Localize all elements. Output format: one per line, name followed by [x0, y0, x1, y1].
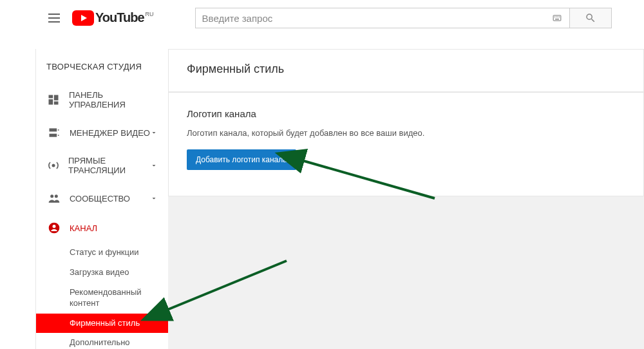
- header: YouTube RU: [0, 0, 644, 36]
- sidebar-item-live-streaming[interactable]: ПРЯМЫЕ ТРАНСЛЯЦИИ: [36, 147, 168, 184]
- search-bar: [195, 8, 612, 28]
- sidebar-item-dashboard[interactable]: ПАНЕЛЬ УПРАВЛЕНИЯ: [36, 82, 168, 118]
- video-manager-icon: [46, 126, 62, 139]
- subitem-branding[interactable]: Фирменный стиль: [36, 314, 168, 334]
- svg-rect-9: [54, 102, 59, 105]
- search-input[interactable]: [195, 8, 570, 28]
- subitem-advanced[interactable]: Дополнительно: [70, 333, 168, 349]
- svg-rect-0: [553, 15, 561, 21]
- channel-submenu: Статус и функции Загрузка видео Рекоменд…: [36, 243, 168, 349]
- svg-point-18: [53, 225, 56, 228]
- sidebar: ТВОРЧЕСКАЯ СТУДИЯ ПАНЕЛЬ УПРАВЛЕНИЯ МЕНЕ…: [35, 49, 168, 349]
- sidebar-item-channel[interactable]: КАНАЛ: [36, 213, 168, 243]
- studio-title: ТВОРЧЕСКАЯ СТУДИЯ: [36, 49, 168, 82]
- svg-rect-4: [559, 17, 560, 17]
- svg-rect-2: [556, 17, 556, 17]
- svg-rect-7: [54, 95, 59, 100]
- chevron-down-icon: [150, 162, 158, 169]
- svg-rect-3: [558, 17, 558, 17]
- search-icon: [585, 12, 596, 24]
- youtube-logo[interactable]: YouTube RU: [72, 10, 154, 26]
- branding-card: Логотип канала Логотип канала, который б…: [168, 92, 644, 196]
- section-title: Логотип канала: [187, 108, 625, 119]
- svg-rect-5: [555, 19, 559, 19]
- svg-rect-1: [554, 17, 555, 17]
- svg-rect-11: [50, 134, 57, 137]
- nav-label: КАНАЛ: [70, 223, 97, 233]
- search-button[interactable]: [570, 8, 612, 28]
- svg-point-16: [55, 194, 58, 198]
- page-title: Фирменный стиль: [168, 49, 644, 92]
- nav-label: ПРЯМЫЕ ТРАНСЛЯЦИИ: [68, 156, 150, 175]
- logo-locale: RU: [146, 11, 154, 17]
- svg-point-15: [50, 194, 53, 198]
- community-icon: [46, 192, 62, 205]
- svg-rect-10: [50, 128, 57, 131]
- logo-text: YouTube: [95, 10, 144, 25]
- sidebar-item-community[interactable]: СООБЩЕСТВО: [36, 184, 168, 213]
- sidebar-item-video-manager[interactable]: МЕНЕДЖЕР ВИДЕО: [36, 118, 168, 147]
- subitem-featured[interactable]: Рекомендованный контент: [70, 283, 168, 314]
- subitem-upload[interactable]: Загрузка видео: [70, 263, 168, 283]
- keyboard-icon[interactable]: [551, 14, 564, 23]
- section-desc: Логотип канала, который будет добавлен в…: [187, 128, 625, 138]
- svg-rect-12: [58, 129, 59, 131]
- svg-rect-13: [58, 135, 59, 136]
- nav-label: МЕНЕДЖЕР ВИДЕО: [70, 128, 150, 138]
- add-logo-button[interactable]: Добавить логотип канала: [187, 149, 296, 170]
- nav-label: ПАНЕЛЬ УПРАВЛЕНИЯ: [69, 90, 158, 109]
- nav-label: СООБЩЕСТВО: [70, 194, 130, 203]
- chevron-down-icon: [150, 194, 158, 202]
- main-panel: Фирменный стиль Логотип канала Логотип к…: [168, 49, 644, 349]
- youtube-play-icon: [72, 10, 94, 26]
- hamburger-menu-icon[interactable]: [46, 10, 62, 26]
- svg-rect-8: [49, 99, 53, 104]
- dashboard-icon: [46, 93, 61, 106]
- chevron-down-icon: [150, 129, 158, 137]
- channel-person-icon: [46, 222, 62, 234]
- subitem-status[interactable]: Статус и функции: [70, 243, 168, 263]
- live-icon: [46, 159, 61, 172]
- svg-rect-6: [49, 95, 53, 99]
- svg-point-14: [52, 164, 55, 167]
